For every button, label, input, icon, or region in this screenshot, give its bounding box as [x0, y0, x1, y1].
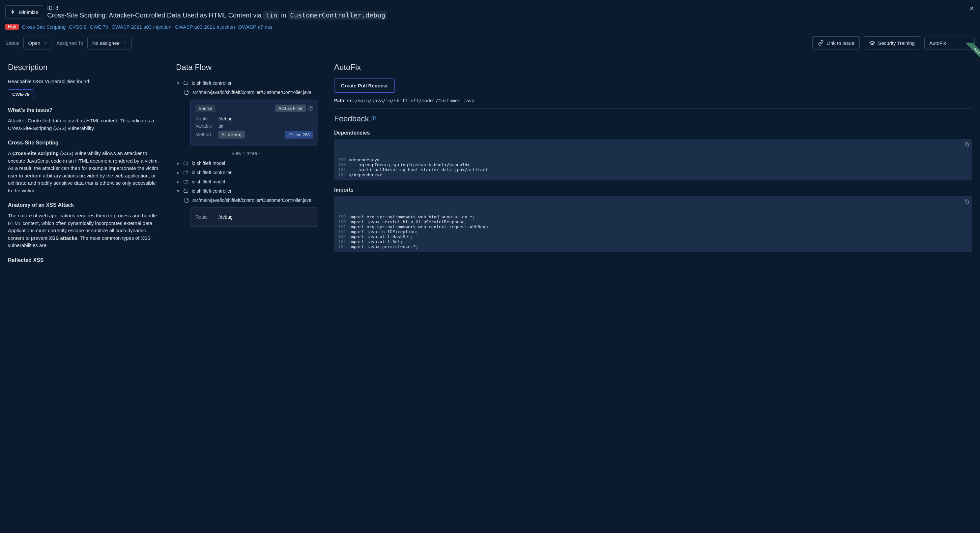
- anatomy-heading: Anatomy of an XSS Attack: [8, 202, 160, 208]
- variable-label: Variable: [196, 123, 215, 129]
- anatomy-para: The nature of web applications requires …: [8, 212, 160, 249]
- tree-package[interactable]: ▾ io.shiftleft.controller: [176, 186, 318, 196]
- issue-text: Attacker-Controlled data is used as HTML…: [8, 117, 160, 132]
- source-card: Route /debug: [191, 207, 318, 227]
- chevron-down-icon: [258, 152, 262, 156]
- variable-val: tin: [218, 123, 223, 129]
- alpha-badge: Alpha: [966, 43, 980, 64]
- assignee-dropdown[interactable]: No assignee: [88, 37, 132, 49]
- deps-code-block: 159<dependency>160 <groupId>org.springfr…: [334, 139, 972, 180]
- tree-file[interactable]: src/main/java/io/shiftleft/controller/Cu…: [176, 196, 318, 205]
- caret-right-icon: ▸: [176, 161, 180, 166]
- feedback-title: Feedback i: [334, 114, 972, 123]
- deps-heading: Dependencies: [334, 130, 972, 136]
- xss-para: A Cross-site scripting (XSS) vulnerabili…: [8, 150, 160, 194]
- info-icon[interactable]: ?: [309, 106, 313, 111]
- xss-heading: Cross-Site Scripting: [8, 140, 160, 146]
- chevron-down-icon: [123, 41, 127, 45]
- create-pr-button[interactable]: Create Pull Request: [334, 78, 395, 93]
- route-label: Route: [196, 214, 215, 220]
- folder-icon: [183, 188, 189, 194]
- add-filter-button[interactable]: Add as Filter: [275, 105, 306, 112]
- minimize-icon: [10, 9, 16, 15]
- minimize-button[interactable]: Minimize: [5, 5, 43, 19]
- link-icon: [818, 40, 824, 46]
- svg-rect-1: [966, 144, 969, 146]
- folder-icon: [183, 170, 189, 175]
- caret-right-icon: ▸: [176, 170, 180, 175]
- line-link[interactable]: Line 288: [285, 131, 313, 139]
- external-icon: [288, 133, 292, 137]
- folder-icon: [183, 161, 189, 166]
- autofix-title: AutoFix: [334, 63, 972, 72]
- whats-issue-heading: What's the issue?: [8, 107, 160, 113]
- view-more-button[interactable]: View 1 more: [176, 148, 318, 159]
- tree-file[interactable]: src/main/java/io/shiftleft/controller/Cu…: [176, 88, 318, 97]
- tag-link[interactable]: CVSS 8: [69, 24, 86, 30]
- caret-down-icon: ▾: [176, 188, 180, 194]
- source-card: Source Add as Filter ? Route /debug Vari…: [191, 100, 318, 145]
- path-row: Path: src/main/java/io/shiftleft/model/C…: [334, 98, 972, 103]
- svg-rect-0: [223, 134, 225, 136]
- close-button[interactable]: [969, 5, 975, 13]
- route-label: Route: [196, 116, 215, 121]
- route-val: /debug: [218, 214, 233, 220]
- graduation-icon: [869, 40, 875, 46]
- security-training-button[interactable]: Security Training: [864, 36, 920, 49]
- source-badge: Source: [196, 105, 215, 112]
- tag-link[interactable]: OWASP 2021 a03-injection: [111, 24, 171, 30]
- dataflow-title: Data Flow: [176, 63, 318, 72]
- file-icon: [183, 198, 190, 203]
- tag-link[interactable]: CWE 79: [90, 24, 108, 30]
- copy-icon: [222, 132, 226, 137]
- vuln-title: Cross-Site Scripting: Attacker-Controlle…: [47, 11, 975, 19]
- vuln-id: ID: 8: [47, 5, 975, 11]
- file-icon: [183, 90, 190, 95]
- imports-heading: Imports: [334, 187, 972, 193]
- route-val: /debug: [218, 116, 233, 121]
- caret-right-icon: ▸: [176, 179, 180, 184]
- info-icon[interactable]: i: [371, 116, 376, 121]
- link-to-issue-button[interactable]: Link to Issue: [812, 36, 860, 49]
- tree-package[interactable]: ▸ io.shiftleft.controller: [176, 168, 318, 177]
- folder-icon: [183, 80, 189, 86]
- status-dropdown[interactable]: Open: [23, 37, 53, 49]
- status-label: Status: [5, 40, 19, 46]
- reachable-text: Reachable OSS Vulnerabilities found:: [8, 78, 160, 84]
- tag-link[interactable]: OWASP a7-xss: [238, 24, 272, 30]
- severity-badge: High: [5, 24, 19, 30]
- cwe-button[interactable]: CWE-79: [8, 89, 34, 99]
- tree-package[interactable]: ▸ io.shiftleft.model: [176, 159, 318, 168]
- method-chip[interactable]: debug: [218, 131, 245, 139]
- description-title: Description: [8, 63, 160, 72]
- tag-link[interactable]: OWASP a03-2021-injection: [175, 24, 235, 30]
- folder-icon: [183, 179, 189, 184]
- chevron-down-icon: [43, 41, 48, 45]
- imports-code-block: 159import org.springframework.web.bind.a…: [334, 196, 972, 252]
- close-icon: [969, 5, 975, 11]
- caret-down-icon: ▾: [176, 80, 180, 86]
- method-label: Method: [196, 132, 215, 137]
- tree-package[interactable]: ▸ io.shiftleft.model: [176, 177, 318, 186]
- tree-package[interactable]: ▾ io.shiftleft.controller: [176, 78, 318, 88]
- assigned-label: Assigned To: [56, 40, 83, 46]
- svg-rect-2: [966, 201, 969, 203]
- reflected-heading: Reflected XSS: [8, 257, 160, 263]
- tag-link[interactable]: Cross-Site Scripting: [22, 24, 66, 30]
- minimize-label: Minimize: [19, 9, 38, 15]
- copy-icon[interactable]: [964, 199, 969, 204]
- copy-icon[interactable]: [964, 142, 969, 147]
